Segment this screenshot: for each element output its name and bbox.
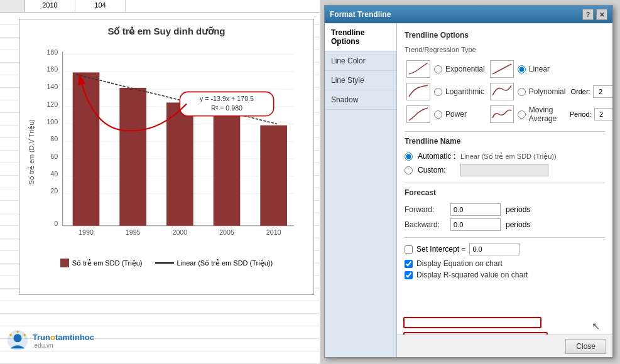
forward-label: Forward: [405,205,445,214]
legend-bar-icon [60,259,69,267]
polynomial-label[interactable]: Polynomial [518,87,566,96]
forecast-section: Forecast Forward: periods Backward: peri… [405,188,605,231]
close-button[interactable]: Close [565,339,606,354]
svg-text:y = -13.9x + 170.5: y = -13.9x + 170.5 [200,95,254,102]
power-label[interactable]: Power [434,110,467,119]
backward-unit: periods [506,220,530,229]
display-equation-checkbox[interactable] [405,260,413,268]
legend-bar-label: Số trẻ em SDD (Triệu) [72,259,143,267]
custom-row: Custom: [405,164,605,176]
logarithmic-icon [406,83,430,100]
svg-line-36 [492,64,511,74]
intercept-label: Set Intercept = [416,245,465,254]
chart-svg: 180 160 140 120 100 80 60 40 20 0 Số trẻ… [26,42,307,255]
custom-label: Custom: [418,166,455,174]
svg-text:120: 120 [46,100,58,108]
svg-text:★: ★ [16,329,19,334]
legend-bar: Số trẻ em SDD (Triệu) [60,259,143,267]
svg-text:2005: 2005 [219,228,234,236]
display-equation-label: Display Equation on chart [416,259,503,268]
svg-text:100: 100 [46,118,58,126]
divider-2 [405,183,605,183]
logo-sub: .edu.vn [33,342,94,349]
chart-title: Số trẻ em Suy dinh dưỡng [26,26,307,37]
custom-radio[interactable] [405,166,413,174]
exponential-label[interactable]: Exponential [434,65,485,73]
svg-text:80: 80 [50,135,58,142]
help-button[interactable]: ? [582,9,594,20]
linear-label[interactable]: Linear [518,65,550,73]
moving-average-radio[interactable] [518,110,526,119]
sidebar-line-color[interactable]: Line Color [325,51,396,71]
chart-area: 180 160 140 120 100 80 60 40 20 0 Số trẻ… [26,42,307,255]
sidebar-shadow[interactable]: Shadow [325,90,396,110]
backward-label: Backward: [405,220,445,229]
svg-text:60: 60 [50,153,58,160]
period-spinner[interactable] [594,108,612,120]
divider-1 [405,131,605,132]
logarithmic-radio[interactable] [434,88,442,96]
trendline-name-title: Trendline Name [405,137,605,146]
svg-text:1995: 1995 [126,228,141,236]
svg-text:140: 140 [46,83,58,90]
svg-text:0: 0 [54,220,58,227]
backward-input[interactable] [450,218,501,231]
sidebar-trendline-options[interactable]: Trendline Options [325,23,396,51]
svg-text:★: ★ [23,333,26,337]
dialog-title: Format Trendline [330,10,391,19]
svg-text:40: 40 [50,170,58,178]
polynomial-radio[interactable] [518,88,526,96]
regression-moving-average: Moving Average Period: [488,104,612,125]
sidebar-line-style[interactable]: Line Style [325,71,396,90]
forward-row: Forward: periods [405,203,605,216]
power-radio[interactable] [434,110,442,119]
svg-text:180: 180 [46,48,58,56]
content-section-title: Trendline Options [405,31,605,40]
cell-c1[interactable]: 104 [75,0,126,12]
custom-name-input[interactable] [460,164,548,176]
display-equation-row: Display Equation on chart [405,259,605,268]
exponential-radio[interactable] [434,65,442,73]
svg-text:Số trẻ em (D.V Triệu): Số trẻ em (D.V Triệu) [28,119,36,185]
regression-linear: Linear [488,58,612,80]
dialog-sidebar: Trendline Options Line Color Line Style … [325,23,397,357]
intercept-input[interactable] [469,243,519,255]
display-r2-label: Display R-squared value on chart [416,270,528,279]
dialog-main-content: Trendline Options Trend/Regression Type … [397,23,612,357]
bar-1995 [119,88,146,226]
legend-line-label: Linear (Số trẻ em SDD (Triệu)) [177,259,273,267]
divider-3 [405,237,605,238]
svg-text:160: 160 [46,65,58,73]
polynomial-row: Polynomial Order: [518,85,612,98]
linear-radio[interactable] [518,65,526,73]
row-header [0,0,25,12]
checkbox-highlight-1 [403,317,541,328]
display-r2-row: Display R-squared value on chart [405,270,605,279]
order-spinner[interactable] [593,85,612,98]
automatic-value: Linear (Số trẻ em SDD (Triệu)) [460,153,605,161]
automatic-radio[interactable] [405,153,413,161]
moving-average-label[interactable]: Moving Average [518,105,566,123]
svg-text:2010: 2010 [266,228,281,236]
linear-icon [490,60,514,78]
cell-b1[interactable]: 2010 [25,0,75,12]
intercept-checkbox[interactable] [405,245,413,254]
polynomial-icon [490,83,514,100]
legend-line: Linear (Số trẻ em SDD (Triệu)) [155,259,273,267]
bar-2005 [214,115,241,226]
order-label: Order: [570,88,590,95]
automatic-row: Automatic : Linear (Số trẻ em SDD (Triệu… [405,152,605,161]
legend-line-icon [155,262,174,264]
forward-input[interactable] [450,203,501,216]
close-x-button[interactable]: ✕ [596,9,607,20]
display-r2-checkbox[interactable] [405,271,413,279]
moving-average-icon [490,105,514,123]
svg-text:2000: 2000 [172,228,187,236]
chart-legend: Số trẻ em SDD (Triệu) Linear (Số trẻ em … [26,259,307,267]
cursor-indicator: ↖ [592,320,600,332]
logarithmic-label[interactable]: Logarithmic [434,87,484,96]
regression-polynomial: Polynomial Order: [488,81,612,102]
regression-power: Power [405,104,487,125]
bar-2010 [260,126,287,226]
regression-types-grid: Exponential Linear [405,58,605,125]
